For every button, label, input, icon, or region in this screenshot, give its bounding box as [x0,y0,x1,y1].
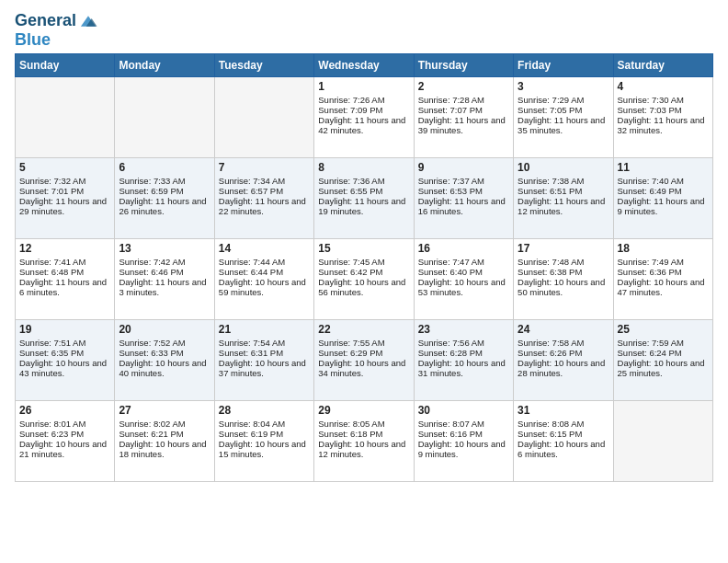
calendar-cell: 16Sunrise: 7:47 AMSunset: 6:40 PMDayligh… [414,238,513,319]
day-info: Sunrise: 7:48 AM [518,257,609,267]
day-info: Sunset: 6:26 PM [518,348,609,358]
calendar-cell: 27Sunrise: 8:02 AMSunset: 6:21 PMDayligh… [115,400,214,481]
day-info: Daylight: 10 hours and 37 minutes. [219,358,310,378]
day-info: Sunset: 6:48 PM [19,267,110,277]
day-info: Sunrise: 7:45 AM [318,257,409,267]
day-info: Sunset: 6:57 PM [219,186,310,196]
day-info: Sunrise: 8:02 AM [119,419,210,429]
day-info: Sunrise: 7:51 AM [19,338,110,348]
day-info: Sunrise: 7:29 AM [518,95,609,105]
header: General Blue [15,11,713,50]
calendar-week-1: 1Sunrise: 7:26 AMSunset: 7:09 PMDaylight… [16,76,713,157]
day-number: 20 [119,323,210,336]
day-info: Daylight: 10 hours and 56 minutes. [318,277,409,297]
day-info: Sunrise: 8:08 AM [518,419,609,429]
calendar: SundayMondayTuesdayWednesdayThursdayFrid… [15,53,713,482]
day-info: Sunset: 7:03 PM [618,105,709,115]
day-info: Daylight: 11 hours and 26 minutes. [119,196,210,216]
calendar-header-saturday: Saturday [613,53,712,76]
day-info: Sunset: 6:51 PM [518,186,609,196]
day-info: Sunrise: 7:56 AM [418,338,509,348]
day-info: Sunrise: 7:58 AM [518,338,609,348]
calendar-cell: 17Sunrise: 7:48 AMSunset: 6:38 PMDayligh… [514,238,613,319]
day-info: Sunrise: 7:42 AM [119,257,210,267]
calendar-cell [115,76,214,157]
calendar-cell: 19Sunrise: 7:51 AMSunset: 6:35 PMDayligh… [16,319,115,400]
day-number: 3 [518,80,609,93]
calendar-cell: 31Sunrise: 8:08 AMSunset: 6:15 PMDayligh… [514,400,613,481]
calendar-header-friday: Friday [514,53,613,76]
day-info: Sunrise: 7:41 AM [19,257,110,267]
day-info: Sunrise: 7:26 AM [318,95,409,105]
day-info: Sunset: 6:31 PM [219,348,310,358]
day-info: Daylight: 11 hours and 9 minutes. [618,196,709,216]
day-number: 2 [418,80,509,93]
calendar-cell: 8Sunrise: 7:36 AMSunset: 6:55 PMDaylight… [314,157,414,238]
calendar-cell: 9Sunrise: 7:37 AMSunset: 6:53 PMDaylight… [414,157,513,238]
day-info: Sunrise: 7:49 AM [618,257,709,267]
day-info: Sunrise: 8:01 AM [19,419,110,429]
logo-text-line2: Blue [15,31,51,50]
day-info: Daylight: 10 hours and 47 minutes. [618,277,709,297]
calendar-cell: 21Sunrise: 7:54 AMSunset: 6:31 PMDayligh… [214,319,313,400]
day-info: Sunrise: 7:44 AM [219,257,310,267]
day-number: 28 [219,404,310,417]
calendar-cell: 18Sunrise: 7:49 AMSunset: 6:36 PMDayligh… [613,238,712,319]
day-info: Daylight: 11 hours and 29 minutes. [19,196,110,216]
day-info: Sunset: 7:01 PM [19,186,110,196]
day-info: Daylight: 10 hours and 53 minutes. [418,277,509,297]
day-info: Sunset: 6:33 PM [119,348,210,358]
calendar-cell: 12Sunrise: 7:41 AMSunset: 6:48 PMDayligh… [16,238,115,319]
day-info: Daylight: 11 hours and 16 minutes. [418,196,509,216]
day-info: Daylight: 11 hours and 32 minutes. [618,115,709,135]
day-number: 4 [618,80,709,93]
day-info: Daylight: 11 hours and 39 minutes. [418,115,509,135]
day-info: Daylight: 11 hours and 19 minutes. [318,196,409,216]
calendar-week-3: 12Sunrise: 7:41 AMSunset: 6:48 PMDayligh… [16,238,713,319]
calendar-cell: 5Sunrise: 7:32 AMSunset: 7:01 PMDaylight… [16,157,115,238]
day-info: Sunrise: 7:59 AM [618,338,709,348]
day-info: Sunrise: 7:33 AM [119,176,210,186]
day-info: Sunset: 6:55 PM [318,186,409,196]
day-number: 24 [518,323,609,336]
day-number: 12 [19,242,110,255]
day-info: Sunrise: 7:52 AM [119,338,210,348]
day-info: Daylight: 10 hours and 12 minutes. [318,439,409,459]
page: General Blue Sunday [0,0,728,489]
calendar-week-5: 26Sunrise: 8:01 AMSunset: 6:23 PMDayligh… [16,400,713,481]
calendar-week-2: 5Sunrise: 7:32 AMSunset: 7:01 PMDaylight… [16,157,713,238]
day-info: Sunrise: 7:47 AM [418,257,509,267]
calendar-header-tuesday: Tuesday [214,53,313,76]
calendar-cell: 24Sunrise: 7:58 AMSunset: 6:26 PMDayligh… [514,319,613,400]
day-info: Sunrise: 7:36 AM [318,176,409,186]
calendar-cell: 10Sunrise: 7:38 AMSunset: 6:51 PMDayligh… [514,157,613,238]
day-info: Sunset: 6:40 PM [418,267,509,277]
calendar-cell: 4Sunrise: 7:30 AMSunset: 7:03 PMDaylight… [613,76,712,157]
day-info: Sunset: 6:16 PM [418,429,509,439]
calendar-cell: 11Sunrise: 7:40 AMSunset: 6:49 PMDayligh… [613,157,712,238]
day-info: Sunrise: 7:32 AM [19,176,110,186]
day-number: 22 [318,323,409,336]
day-number: 6 [119,161,210,174]
day-info: Sunset: 6:36 PM [618,267,709,277]
calendar-cell: 26Sunrise: 8:01 AMSunset: 6:23 PMDayligh… [16,400,115,481]
day-info: Sunset: 6:44 PM [219,267,310,277]
day-info: Daylight: 11 hours and 22 minutes. [219,196,310,216]
day-info: Sunset: 6:35 PM [19,348,110,358]
calendar-cell: 15Sunrise: 7:45 AMSunset: 6:42 PMDayligh… [314,238,414,319]
day-info: Sunset: 7:05 PM [518,105,609,115]
calendar-cell: 23Sunrise: 7:56 AMSunset: 6:28 PMDayligh… [414,319,513,400]
day-info: Sunset: 6:28 PM [418,348,509,358]
day-info: Sunset: 7:07 PM [418,105,509,115]
day-info: Sunrise: 7:55 AM [318,338,409,348]
day-info: Sunrise: 7:54 AM [219,338,310,348]
day-info: Sunset: 6:24 PM [618,348,709,358]
day-info: Sunset: 6:29 PM [318,348,409,358]
day-info: Daylight: 10 hours and 59 minutes. [219,277,310,297]
calendar-cell: 30Sunrise: 8:07 AMSunset: 6:16 PMDayligh… [414,400,513,481]
calendar-cell [16,76,115,157]
day-info: Daylight: 11 hours and 12 minutes. [518,196,609,216]
calendar-cell: 25Sunrise: 7:59 AMSunset: 6:24 PMDayligh… [613,319,712,400]
day-info: Sunset: 6:46 PM [119,267,210,277]
day-number: 8 [318,161,409,174]
